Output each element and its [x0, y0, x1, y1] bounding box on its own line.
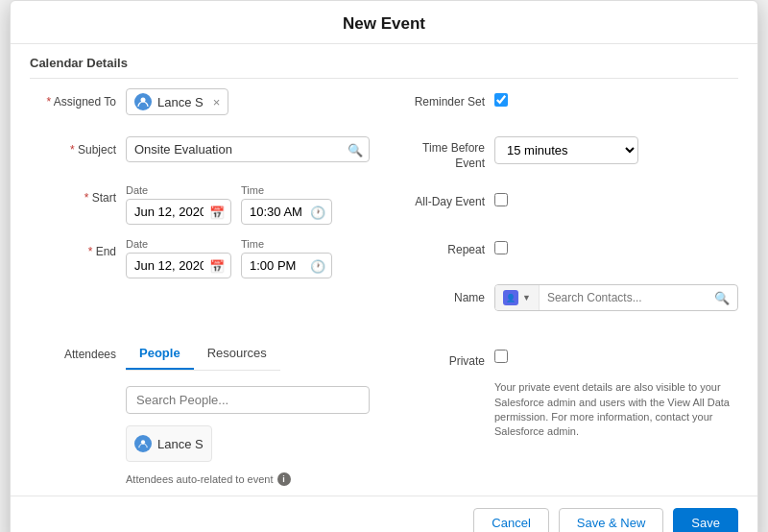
info-icon: i — [277, 472, 291, 486]
modal-title: New Event — [11, 1, 757, 44]
chevron-down-icon: ▼ — [522, 293, 531, 302]
attendee-avatar — [134, 435, 152, 452]
private-note-text: Your private event details are also visi… — [494, 380, 738, 440]
end-field: End Date 📅 Time — [30, 238, 370, 278]
tab-resources[interactable]: Resources — [194, 338, 280, 370]
repeat-label: Repeat — [398, 236, 494, 256]
subject-input[interactable] — [126, 136, 370, 162]
attendees-field: Attendees People Resources — [30, 338, 370, 486]
name-lookup-container: 👤 ▼ 🔍 — [494, 284, 738, 311]
calendar-icon: 📅 — [209, 205, 225, 219]
all-day-event-label: All-Day Event — [398, 188, 494, 208]
attendee-list: Lance S — [126, 425, 212, 462]
reminder-set-checkbox[interactable] — [494, 93, 508, 107]
list-item: Lance S — [134, 432, 204, 455]
end-label: End — [30, 238, 126, 258]
assigned-to-avatar — [134, 93, 152, 110]
private-content: Your private event details are also visi… — [494, 348, 738, 440]
attendees-content: People Resources — [126, 338, 370, 486]
start-content: Date 📅 Time 🕐 — [126, 184, 370, 225]
reminder-set-content — [494, 88, 738, 107]
private-checkbox[interactable] — [494, 350, 508, 363]
start-date-label: Date — [126, 184, 231, 196]
subject-content: 🔍 — [126, 136, 370, 162]
name-field: Name 👤 ▼ 🔍 — [398, 284, 738, 319]
modal-footer: Cancel Save & New Save — [11, 496, 757, 532]
end-time-label: Time — [241, 238, 332, 250]
time-before-event-field: Time Before Event 5 minutes 10 minutes 1… — [398, 136, 738, 171]
repeat-content — [494, 236, 738, 254]
repeat-checkbox[interactable] — [494, 241, 508, 254]
start-field: Start Date 📅 Time — [30, 184, 370, 225]
all-day-event-checkbox[interactable] — [494, 193, 508, 206]
private-section: Private Your private event details are a… — [398, 338, 738, 486]
auto-related-note: Attendees auto-related to event i — [126, 472, 291, 486]
contact-type-selector[interactable]: 👤 ▼ — [495, 285, 540, 310]
repeat-field: Repeat — [398, 236, 738, 271]
attendees-label: Attendees — [30, 338, 126, 361]
private-field: Private Your private event details are a… — [398, 348, 738, 440]
contact-type-icon: 👤 — [503, 290, 518, 305]
reminder-set-label: Reminder Set — [398, 88, 494, 109]
attendees-private-section: Attendees People Resources — [30, 338, 738, 486]
search-people-input[interactable] — [126, 386, 370, 414]
start-label: Start — [30, 184, 126, 205]
attendees-section: Attendees People Resources — [30, 338, 370, 486]
reminder-set-field: Reminder Set — [398, 88, 738, 123]
time-before-event-select[interactable]: 5 minutes 10 minutes 15 minutes 30 minut… — [494, 136, 638, 164]
time-before-event-content: 5 minutes 10 minutes 15 minutes 30 minut… — [494, 136, 738, 164]
end-content: Date 📅 Time 🕐 — [126, 238, 370, 278]
calendar-icon-end: 📅 — [209, 258, 225, 273]
clock-icon-end: 🕐 — [310, 258, 325, 273]
end-date-label: Date — [126, 238, 231, 250]
assigned-to-field: Assigned To Lance S × — [30, 88, 370, 123]
assigned-to-token: Lance S × — [126, 88, 228, 115]
name-search-icon: 🔍 — [707, 286, 737, 310]
search-contacts-input[interactable] — [540, 286, 707, 309]
name-content: 👤 ▼ 🔍 — [494, 284, 738, 311]
start-time-label: Time — [241, 184, 332, 196]
assigned-to-content: Lance S × — [126, 88, 370, 115]
time-before-event-label: Time Before Event — [398, 136, 494, 171]
tab-people[interactable]: People — [126, 338, 194, 370]
private-checkbox-row — [494, 348, 508, 363]
remove-assigned-to-button[interactable]: × — [213, 95, 221, 109]
assigned-to-label: Assigned To — [30, 88, 126, 109]
subject-field: Subject 🔍 — [30, 136, 370, 171]
name-label: Name — [398, 284, 494, 304]
save-new-button[interactable]: Save & New — [559, 508, 664, 532]
private-label: Private — [398, 348, 494, 368]
save-button[interactable]: Save — [673, 508, 738, 532]
assigned-to-name: Lance S — [157, 95, 204, 109]
attendees-tabs: People Resources — [126, 338, 280, 371]
search-icon: 🔍 — [348, 142, 363, 157]
new-event-modal: New Event Calendar Details Assigned To L… — [10, 0, 758, 532]
attendee-name: Lance S — [157, 437, 204, 451]
cancel-button[interactable]: Cancel — [473, 508, 548, 532]
subject-label: Subject — [30, 136, 126, 157]
calendar-details-header: Calendar Details — [30, 44, 738, 79]
all-day-event-content — [494, 188, 738, 206]
all-day-event-field: All-Day Event — [398, 188, 738, 223]
title-text: New Event — [343, 14, 425, 33]
clock-icon: 🕐 — [310, 205, 325, 219]
modal-body: Calendar Details Assigned To Lance S × — [11, 44, 757, 496]
